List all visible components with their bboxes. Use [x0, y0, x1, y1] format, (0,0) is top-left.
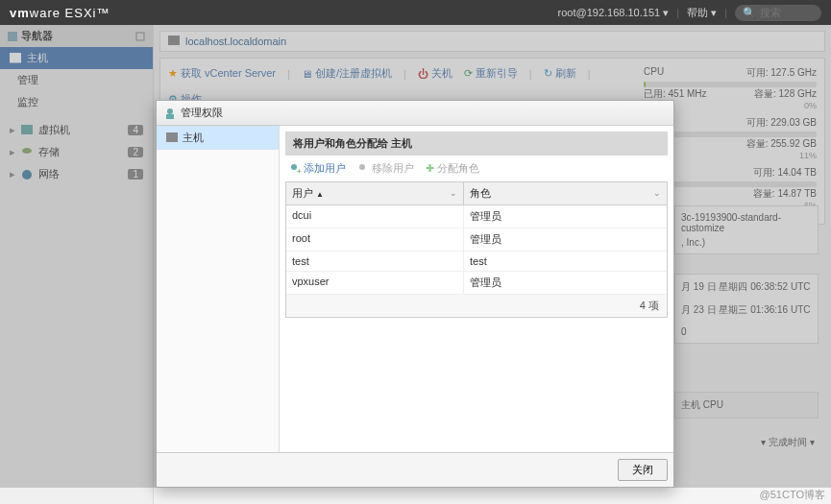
col-header-user[interactable]: 用户 ▲ ⌄: [286, 182, 464, 204]
permissions-toolbar: + 添加用户 移除用户 ✚ 分配角色: [285, 156, 668, 181]
user-menu[interactable]: root@192.168.10.151 ▾: [558, 7, 670, 19]
assign-role-button: ✚ 分配角色: [426, 161, 479, 176]
chevron-down-icon[interactable]: ⌄: [450, 188, 457, 198]
chevron-down-icon[interactable]: ⌄: [653, 188, 661, 198]
permissions-grid: 用户 ▲ ⌄ 角色 ⌄ dcui管理员 root管理员 testtest: [285, 181, 668, 318]
assign-title: 将用户和角色分配给 主机: [285, 132, 668, 156]
table-row[interactable]: vpxuser管理员: [286, 272, 667, 295]
close-button[interactable]: 关闭: [618, 459, 668, 481]
top-bar: vmware ESXi™ root@192.168.10.151 ▾ | 帮助 …: [0, 0, 831, 25]
search-input[interactable]: [760, 7, 818, 18]
table-row[interactable]: testtest: [286, 252, 667, 272]
user-icon: [164, 108, 176, 119]
svg-text:+: +: [297, 167, 301, 175]
brand: vmware ESXi™: [10, 6, 110, 20]
table-row[interactable]: dcui管理员: [286, 205, 667, 228]
add-user-icon: +: [289, 163, 301, 175]
svg-rect-12: [166, 132, 178, 142]
watermark: @51CTO博客: [760, 488, 825, 502]
col-header-role[interactable]: 角色 ⌄: [464, 182, 667, 204]
modal-sidebar: 主机: [157, 126, 280, 452]
svg-point-15: [359, 164, 365, 170]
help-menu[interactable]: 帮助 ▾: [687, 6, 717, 20]
permissions-modal: 管理权限 主机 将用户和角色分配给 主机 + 添加用户 移除用户 ✚: [156, 100, 674, 488]
sort-asc-icon: ▲: [316, 190, 324, 199]
remove-user-icon: [357, 163, 369, 175]
table-row[interactable]: root管理员: [286, 228, 667, 252]
host-icon: [166, 132, 178, 144]
modal-sidebar-host[interactable]: 主机: [157, 126, 279, 150]
search-icon: 🔍: [743, 7, 756, 19]
svg-rect-11: [166, 114, 174, 119]
modal-title-bar: 管理权限: [157, 101, 673, 126]
svg-point-10: [167, 108, 173, 114]
add-user-button[interactable]: + 添加用户: [289, 161, 346, 176]
grid-footer: 4 项: [286, 295, 667, 317]
plus-icon: ✚: [426, 162, 434, 175]
search-box[interactable]: 🔍: [735, 5, 821, 21]
remove-user-button: 移除用户: [357, 161, 414, 176]
